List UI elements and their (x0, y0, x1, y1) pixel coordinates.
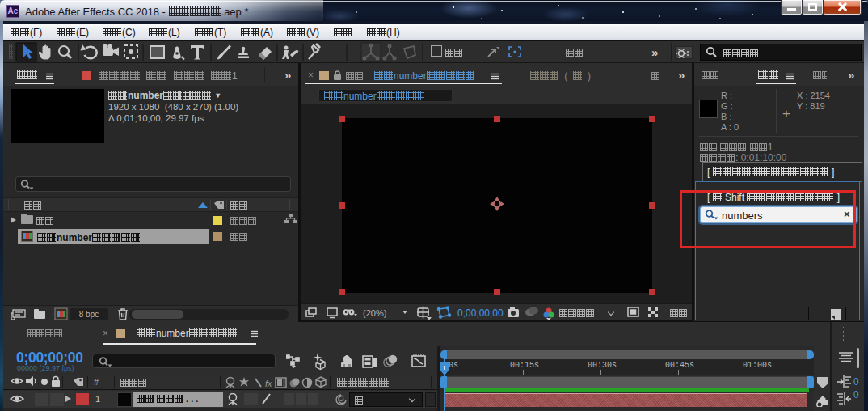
svg-text:(20%): (20%) (363, 308, 386, 318)
svg-text:0;00;00;00: 0;00;00;00 (457, 307, 504, 319)
svg-text:fx: fx (265, 379, 272, 388)
